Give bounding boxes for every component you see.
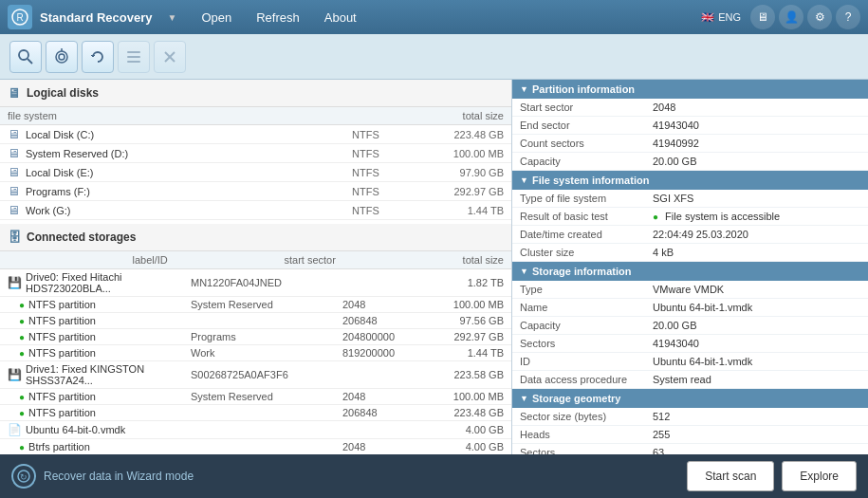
help-btn[interactable]: ?: [836, 5, 860, 29]
col-size: total size: [379, 254, 505, 266]
storage-row[interactable]: ● NTFS partition System Reserved 2048 10…: [0, 389, 511, 405]
val-name: Ubuntu 64-bit-1.vmdk: [653, 302, 860, 313]
filesystem-info-header: ▼ File system information: [512, 171, 868, 190]
stop-button[interactable]: [154, 41, 186, 73]
ntfs-size: 97.56 GB: [437, 315, 504, 326]
val-fs-type: SGI XFS: [653, 193, 860, 204]
info-row: Sector size (bytes) 512: [512, 408, 868, 426]
svg-text:R: R: [16, 12, 23, 23]
partition-info-title: Partition information: [532, 83, 635, 95]
language-badge[interactable]: 🇬🇧 ENG: [701, 11, 741, 24]
disk-row[interactable]: 🖥 Local Disk (E:) NTFS 97.90 GB: [0, 163, 511, 182]
storage-info-title: Storage information: [532, 266, 632, 277]
menu-refresh[interactable]: Refresh: [245, 5, 311, 30]
collapse-arrow[interactable]: ▼: [520, 84, 528, 94]
disk-g-icon: 🖥: [8, 203, 20, 217]
connected-storages-header: 🗄 Connected storages: [0, 224, 511, 251]
collapse-arrow[interactable]: ▼: [520, 267, 528, 276]
monitor-btn[interactable]: 🖥: [750, 5, 775, 29]
val-cluster-size: 4 kB: [653, 247, 860, 258]
disk-g-size: 1.44 TB: [428, 205, 504, 216]
disk-f-fs: NTFS: [352, 186, 428, 197]
disk-d-name: System Reserved (D:): [26, 148, 352, 159]
ntfs-partition-name: NTFS partition: [28, 315, 191, 326]
ntfs-partition-name: NTFS partition: [28, 407, 191, 418]
ntfs-size: 292.97 GB: [437, 331, 504, 342]
storage-row[interactable]: ● NTFS partition Programs 204800000 292.…: [0, 329, 511, 345]
explore-button[interactable]: Explore: [782, 461, 857, 491]
ntfs-label: Work: [191, 347, 342, 359]
key-sectors-geo: Sectors: [520, 447, 653, 454]
info-row: Name Ubuntu 64-bit-1.vmdk: [512, 299, 868, 317]
dot-icon: ●: [19, 392, 25, 402]
ntfs-label: System Reserved: [191, 299, 342, 310]
storage-row[interactable]: 💾 Drive0: Fixed Hitachi HDS723020BLA... …: [0, 269, 511, 297]
flag-icon: 🇬🇧: [701, 11, 714, 24]
info-row: Capacity 20.00 GB: [512, 317, 868, 335]
app-title: Standard Recovery: [40, 10, 153, 25]
logical-disks-header: 🖥 Logical disks: [0, 80, 511, 107]
disk-d-icon: 🖥: [8, 146, 20, 160]
svg-rect-9: [127, 61, 140, 63]
toolbar: [0, 34, 868, 80]
val-heads: 255: [653, 429, 860, 440]
dot-icon: ●: [19, 300, 25, 310]
ntfs-partition-name: NTFS partition: [28, 299, 191, 310]
wizard-icon: ↻: [11, 464, 36, 489]
col-label: label/ID: [133, 254, 285, 266]
disk-row[interactable]: 🖥 System Reserved (D:) NTFS 100.00 MB: [0, 144, 511, 163]
drive0-label: MN1220FA04JNED: [191, 277, 342, 288]
storage-row[interactable]: 📄 Ubuntu 64-bit-0.vmdk 4.00 GB: [0, 421, 511, 439]
start-scan-button[interactable]: Start scan: [687, 461, 774, 491]
info-row: Heads 255: [512, 426, 868, 444]
disk-row[interactable]: 🖥 Programs (F:) NTFS 292.97 GB: [0, 182, 511, 201]
disk-c-name: Local Disk (C:): [26, 129, 352, 140]
info-row: Capacity 20.00 GB: [512, 153, 868, 171]
search-button[interactable]: [9, 41, 42, 73]
dot-icon: ●: [19, 348, 25, 359]
drive1-size: 223.58 GB: [437, 369, 504, 380]
val-capacity: 20.00 GB: [653, 156, 860, 167]
disk-e-icon: 🖥: [8, 165, 20, 179]
svg-text:↻: ↻: [20, 472, 28, 482]
key-sectors: Sectors: [520, 338, 653, 349]
scan-button[interactable]: [46, 41, 78, 73]
storage-row[interactable]: 💾 Drive1: Fixed KINGSTON SHSS37A24... S0…: [0, 361, 511, 389]
val-capacity2: 20.00 GB: [653, 320, 860, 331]
storage-row[interactable]: ● Btrfs partition 2048 4.00 GB: [0, 439, 511, 454]
list-button[interactable]: [118, 41, 150, 73]
info-row: Type of file system SGI XFS: [512, 190, 868, 208]
right-controls: 🇬🇧 ENG 🖥 👤 ⚙ ?: [701, 5, 860, 29]
disk-row[interactable]: 🖥 Work (G:) NTFS 1.44 TB: [0, 201, 511, 220]
val-type: VMware VMDK: [653, 284, 860, 295]
ntfs-partition-name: NTFS partition: [28, 391, 191, 402]
ssd-icon: 💾: [8, 368, 22, 381]
col-sector: start sector: [285, 254, 379, 266]
settings-btn[interactable]: ⚙: [807, 5, 832, 29]
menu-arrow: ▼: [168, 12, 177, 23]
dot-icon: ●: [19, 442, 25, 452]
menu-about[interactable]: About: [313, 5, 368, 30]
recover-button[interactable]: [82, 41, 114, 73]
dot-icon: ●: [19, 332, 25, 342]
collapse-arrow[interactable]: ▼: [520, 394, 528, 403]
btrfs-sector: 2048: [342, 441, 437, 452]
vmdk0-name: Ubuntu 64-bit-0.vmdk: [26, 424, 191, 435]
menu-open[interactable]: Open: [190, 5, 243, 30]
storage-row[interactable]: ● NTFS partition 206848 97.56 GB: [0, 313, 511, 329]
disk-e-fs: NTFS: [352, 167, 428, 178]
storage-row[interactable]: ● NTFS partition 206848 223.48 GB: [0, 405, 511, 421]
val-sectors-geo: 63: [653, 447, 860, 454]
key-end-sector: End sector: [520, 120, 653, 131]
disk-f-name: Programs (F:): [26, 186, 352, 197]
storage-row[interactable]: ● NTFS partition Work 819200000 1.44 TB: [0, 345, 511, 361]
disk-g-fs: NTFS: [352, 205, 428, 216]
collapse-arrow[interactable]: ▼: [520, 175, 528, 185]
disk-row[interactable]: 🖥 Local Disk (C:) NTFS 223.48 GB: [0, 125, 511, 144]
disk-d-fs: NTFS: [352, 148, 428, 159]
key-capacity2: Capacity: [520, 320, 653, 331]
disk-e-name: Local Disk (E:): [26, 167, 352, 178]
storage-row[interactable]: ● NTFS partition System Reserved 2048 10…: [0, 297, 511, 313]
ntfs-size: 100.00 MB: [437, 299, 504, 310]
user-btn[interactable]: 👤: [779, 5, 803, 29]
